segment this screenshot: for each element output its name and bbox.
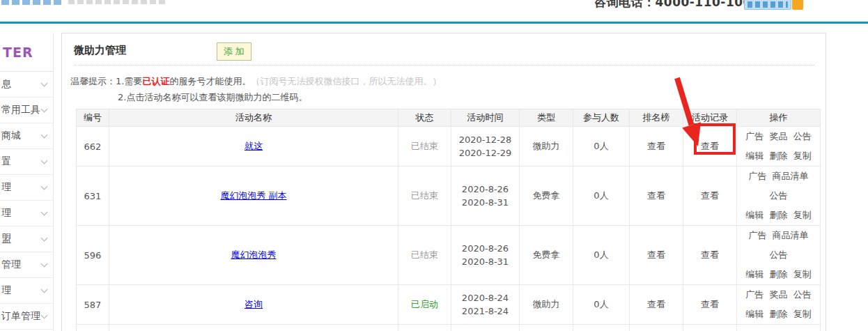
table-row: 631 魔幻泡泡秀 副本 已结束 2020-8-262020-8-31 免费拿 …: [77, 167, 821, 226]
sidebar-item-settings[interactable]: 置: [0, 149, 53, 175]
title-separator: [74, 65, 814, 66]
chevron-down-icon: [41, 157, 48, 164]
chevron-down-icon: [41, 209, 48, 216]
qq-contact-badge[interactable]: [744, 0, 791, 10]
rank-view-link[interactable]: 查看: [630, 285, 683, 325]
chevron-down-icon: [41, 183, 48, 190]
col-header-participants: 参与人数: [573, 109, 630, 127]
cell-operations: 广告 商品 公告: [737, 325, 821, 331]
add-button[interactable]: 添 加: [217, 43, 251, 61]
chevron-down-icon: [41, 106, 48, 113]
op-delete-link[interactable]: 删除: [770, 151, 788, 161]
rank-view-link[interactable]: 查看: [630, 167, 683, 226]
col-header-ops: 操作: [737, 109, 821, 127]
op-notice-link[interactable]: 公告: [793, 131, 812, 141]
op-copy-link[interactable]: 复制: [793, 151, 812, 161]
cell-operations: 广告 奖品 公告 编辑 删除 复制: [737, 285, 821, 325]
qq-badge-text-cropped: [747, 1, 788, 8]
sidebar: TER 息 常用工具 商城 置 理 理 盟 管: [0, 33, 54, 331]
cell-operations: 广告 奖品 公告 编辑 删除 复制: [737, 127, 821, 167]
op-goods-list-link[interactable]: 商品清单: [773, 230, 809, 240]
sidebar-item-common-tools[interactable]: 常用工具: [0, 98, 53, 123]
col-header-type: 类型: [520, 109, 573, 127]
activity-link[interactable]: 咨询: [245, 299, 263, 309]
sidebar-item-message[interactable]: 息: [0, 72, 53, 98]
cell-rank: [630, 325, 683, 331]
sidebar-item-manage-1[interactable]: 理: [0, 175, 53, 201]
op-delete-link[interactable]: 删除: [770, 210, 788, 220]
cell-participants: 0人: [573, 226, 630, 285]
record-view-link[interactable]: 查看: [683, 226, 737, 285]
cell-status: 已启动: [398, 285, 451, 325]
cell-type: 微助力: [520, 285, 573, 325]
cell-operations: 广告 商品清单 公告 编辑 删除 复制: [737, 226, 821, 285]
op-ad-link[interactable]: 广告: [745, 289, 764, 300]
chevron-down-icon: [41, 235, 48, 242]
cell-time: 2020-8-242021-8-24: [451, 285, 520, 325]
cell-participants: [573, 325, 630, 331]
op-copy-link[interactable]: 复制: [793, 309, 812, 319]
activity-link[interactable]: 魔幻泡泡秀 副本: [220, 190, 286, 201]
cell-status: 已结束: [398, 127, 451, 167]
op-prize-link[interactable]: 奖品: [770, 289, 788, 300]
op-ad-link[interactable]: 广告: [748, 230, 766, 240]
op-copy-link[interactable]: 复制: [793, 210, 812, 220]
verified-highlight: 已认证: [142, 76, 169, 86]
op-notice-link[interactable]: 公告: [770, 190, 788, 201]
activity-link[interactable]: 就这: [245, 141, 263, 151]
page: 咨询电话：4000-110-100 TER 息 常用工具 商城 置 理 理: [0, 0, 868, 331]
cell-name: 魔幻泡泡秀: [109, 226, 398, 285]
cell-status: 已结束: [398, 167, 451, 226]
op-notice-link[interactable]: 公告: [770, 249, 788, 260]
cell-participants: 0人: [573, 167, 630, 226]
col-header-time: 活动时间: [451, 109, 520, 127]
tips-line-2: 2.点击活动名称可以查看该期微助力的二维码。: [118, 89, 441, 105]
tips-line-1: 温馨提示：1.需要已认证的服务号才能使用。（订阅号无法授权微信接口，所以无法使用…: [70, 73, 441, 89]
op-prize-link[interactable]: 奖品: [770, 131, 788, 141]
sidebar-item-mall[interactable]: 商城: [0, 123, 53, 149]
activity-link[interactable]: 魔幻泡泡秀: [231, 249, 277, 260]
cell-id: 596: [77, 226, 109, 285]
op-edit-link[interactable]: 编辑: [745, 269, 764, 279]
op-notice-link[interactable]: 公告: [793, 289, 812, 300]
sidebar-item-manage-4[interactable]: 理: [0, 278, 53, 304]
sidebar-item-manage-2[interactable]: 理: [0, 201, 53, 226]
tips: 温馨提示：1.需要已认证的服务号才能使用。（订阅号无法授权微信接口，所以无法使用…: [70, 73, 441, 105]
op-delete-link[interactable]: 删除: [770, 269, 788, 279]
cell-name: 魔幻泡泡秀 副本: [109, 167, 398, 226]
sidebar-item-order-manage[interactable]: 订单管理: [0, 304, 53, 330]
service-phone: 咨询电话：4000-110-100: [594, 0, 752, 9]
cell-type: 微助力: [520, 127, 573, 167]
table-row: 596 魔幻泡泡秀 已结束 2020-8-262020-8-31 免费拿 0人 …: [77, 226, 821, 285]
op-edit-link[interactable]: 编辑: [745, 210, 764, 220]
sidebar-item-manage-3[interactable]: 管理: [0, 252, 53, 278]
op-goods-list-link[interactable]: 商品清单: [773, 171, 809, 181]
cell-type: 免费拿: [520, 167, 573, 226]
op-delete-link[interactable]: 删除: [770, 309, 788, 319]
cell-name: [109, 325, 398, 331]
page-title: 微助力管理: [74, 44, 126, 57]
cell-time: 2020-12-282020-12-29: [451, 127, 520, 167]
cell-participants: 0人: [573, 285, 630, 325]
sidebar-logo-text: TER: [3, 45, 33, 60]
cell-status: 已结束: [398, 226, 451, 285]
chevron-down-icon: [41, 261, 48, 268]
record-view-link[interactable]: 查看: [683, 167, 737, 226]
col-header-id: 编号: [77, 109, 109, 127]
sidebar-item-alliance[interactable]: 盟: [0, 226, 53, 252]
op-ad-link[interactable]: 广告: [748, 171, 766, 181]
cell-type: 免费拿: [520, 226, 573, 285]
cell-record: [683, 325, 737, 331]
op-copy-link[interactable]: 复制: [793, 269, 812, 279]
cell-id: 662: [77, 127, 109, 167]
annotation-arrow-icon: [651, 70, 749, 160]
cell-type: [520, 325, 573, 331]
cell-id: 587: [77, 285, 109, 325]
site-slogan-cropped: [68, 0, 166, 4]
op-edit-link[interactable]: 编辑: [745, 309, 764, 319]
record-view-link[interactable]: 查看: [683, 285, 737, 325]
chevron-down-icon: [41, 286, 48, 293]
site-logo-cropped: [1, 0, 61, 5]
rank-view-link[interactable]: 查看: [630, 226, 683, 285]
qq-badge-icon[interactable]: [792, 0, 803, 10]
